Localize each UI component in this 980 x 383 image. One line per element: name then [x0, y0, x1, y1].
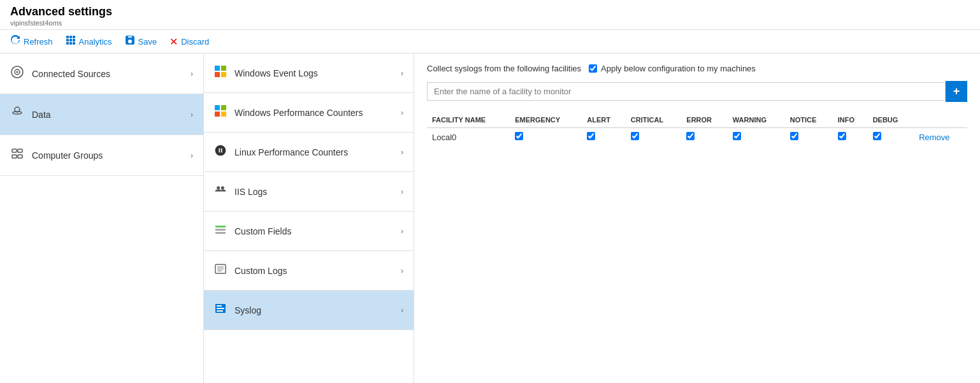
middle-item-windows-event-logs[interactable]: Windows Event Logs › — [204, 54, 414, 93]
middle-item-custom-logs-label: Custom Logs — [234, 266, 287, 276]
connected-sources-chevron: › — [191, 69, 193, 78]
middle-item-windows-event-logs-label: Windows Event Logs — [234, 68, 318, 78]
col-notice: NOTICE — [785, 112, 833, 128]
svg-rect-23 — [215, 112, 220, 117]
facility-table: FACILITY NAME EMERGENCY ALERT CRITICAL E… — [427, 112, 967, 146]
syslog-icon — [214, 302, 227, 318]
svg-rect-8 — [73, 42, 75, 45]
svg-rect-5 — [73, 39, 75, 41]
refresh-icon — [10, 35, 20, 48]
sidebar-item-connected-sources[interactable]: Connected Sources › — [0, 54, 203, 94]
sidebar-item-data-label: Data — [32, 110, 51, 120]
windows-perf-counters-icon — [214, 105, 227, 120]
custom-logs-chevron: › — [401, 266, 403, 275]
middle-item-custom-fields[interactable]: Custom Fields › — [204, 212, 414, 251]
svg-rect-1 — [69, 36, 72, 38]
svg-point-25 — [217, 186, 220, 189]
svg-rect-29 — [215, 232, 226, 234]
apply-config-label: Apply below configuration to my machines — [601, 64, 756, 73]
custom-fields-chevron: › — [401, 227, 403, 236]
windows-event-logs-chevron: › — [401, 69, 403, 78]
linux-perf-counters-chevron: › — [401, 148, 403, 157]
col-warning-cell — [728, 128, 785, 147]
critical-checkbox[interactable] — [631, 132, 639, 140]
right-panel: Collect syslogs from the following facil… — [414, 54, 980, 383]
col-actions — [914, 112, 967, 128]
middle-item-iis-logs-label: IIS Logs — [234, 187, 267, 197]
svg-rect-17 — [215, 66, 220, 71]
toolbar: Refresh Analytics Save ✕ Discard — [0, 30, 980, 54]
middle-item-syslog[interactable]: Syslog › — [204, 291, 414, 330]
emergency-checkbox[interactable] — [515, 132, 523, 140]
custom-logs-icon — [214, 263, 227, 278]
middle-item-custom-fields-label: Custom Fields — [234, 226, 291, 236]
sidebar: Connected Sources › Data › Computer Grou… — [0, 54, 204, 383]
analytics-button[interactable]: Analytics — [66, 35, 112, 48]
computer-groups-icon — [10, 147, 24, 164]
facility-name-input[interactable] — [427, 82, 946, 101]
main-layout: Connected Sources › Data › Computer Grou… — [0, 54, 980, 383]
svg-rect-0 — [66, 36, 69, 38]
sidebar-item-data[interactable]: Data › — [0, 94, 203, 135]
middle-item-linux-perf-counters[interactable]: Linux Performance Counters › — [204, 133, 414, 172]
svg-rect-21 — [215, 105, 220, 110]
analytics-icon — [66, 35, 76, 48]
svg-rect-20 — [221, 72, 226, 77]
page-title: Advanced settings — [10, 5, 970, 18]
add-facility-button[interactable]: + — [946, 81, 967, 102]
svg-point-11 — [17, 71, 18, 73]
col-warning: WARNING — [728, 112, 785, 128]
table-row: Local0 Remove — [427, 128, 967, 147]
remove-button[interactable]: Remove — [919, 133, 949, 142]
middle-item-iis-logs[interactable]: IIS Logs › — [204, 172, 414, 212]
header: Advanced settings vipinsfstest4oms — [0, 0, 980, 30]
iis-logs-chevron: › — [401, 187, 403, 196]
svg-rect-15 — [12, 155, 17, 158]
svg-rect-19 — [215, 72, 220, 77]
connected-sources-icon — [10, 65, 24, 82]
col-critical: CRITICAL — [626, 112, 682, 128]
refresh-button[interactable]: Refresh — [10, 35, 53, 48]
col-emergency: EMERGENCY — [510, 112, 582, 128]
right-panel-header: Collect syslogs from the following facil… — [427, 64, 967, 73]
iis-logs-icon — [214, 184, 227, 199]
svg-rect-36 — [217, 308, 224, 309]
notice-checkbox[interactable] — [790, 132, 798, 140]
svg-rect-27 — [215, 226, 226, 228]
sidebar-item-computer-groups[interactable]: Computer Groups › — [0, 135, 203, 176]
error-checkbox[interactable] — [686, 132, 695, 140]
warning-checkbox[interactable] — [733, 132, 741, 140]
alert-checkbox[interactable] — [587, 132, 595, 140]
info-checkbox[interactable] — [838, 132, 846, 140]
col-alert-cell — [582, 128, 626, 147]
page-subtitle: vipinsfstest4oms — [10, 19, 970, 27]
svg-rect-28 — [215, 229, 226, 231]
col-error: ERROR — [681, 112, 727, 128]
apply-config-area: Apply below configuration to my machines — [589, 64, 756, 73]
custom-fields-icon — [214, 223, 227, 239]
sidebar-item-connected-sources-label: Connected Sources — [32, 69, 110, 79]
discard-icon: ✕ — [169, 36, 178, 48]
svg-rect-13 — [12, 149, 17, 152]
col-alert: ALERT — [582, 112, 626, 128]
discard-button[interactable]: ✕ Discard — [169, 36, 209, 48]
svg-rect-2 — [73, 36, 75, 38]
middle-item-linux-perf-counters-label: Linux Performance Counters — [234, 147, 348, 157]
analytics-label: Analytics — [79, 37, 112, 47]
svg-rect-14 — [18, 149, 22, 152]
windows-perf-counters-chevron: › — [401, 108, 403, 117]
svg-rect-18 — [221, 66, 226, 71]
col-debug-cell — [868, 128, 914, 147]
debug-checkbox[interactable] — [873, 132, 881, 140]
svg-rect-4 — [69, 39, 72, 41]
middle-item-windows-perf-counters[interactable]: Windows Performance Counters › — [204, 93, 414, 133]
windows-event-logs-icon — [214, 65, 227, 81]
svg-rect-3 — [66, 39, 69, 41]
col-emergency-cell — [510, 128, 582, 147]
apply-config-checkbox[interactable] — [589, 64, 597, 73]
svg-rect-6 — [66, 42, 69, 45]
remove-cell: Remove — [914, 128, 967, 147]
col-info-cell — [833, 128, 868, 147]
save-button[interactable]: Save — [125, 35, 157, 48]
middle-item-custom-logs[interactable]: Custom Logs › — [204, 251, 414, 291]
